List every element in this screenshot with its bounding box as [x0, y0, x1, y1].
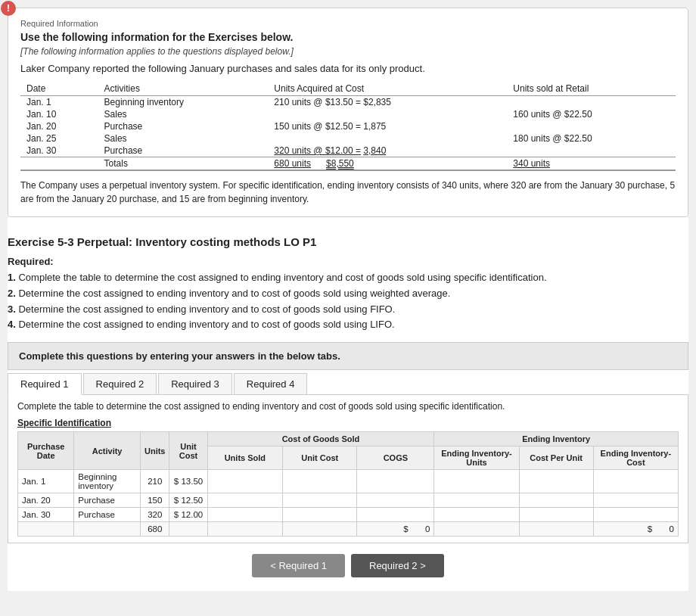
- tab-required-3[interactable]: Required 3: [158, 373, 232, 394]
- col-group-cogs: Cost of Goods Sold: [207, 432, 434, 446]
- next-button[interactable]: Required 2 >: [351, 554, 444, 577]
- table-row: Jan. 1 Beginning inventory 210 $ 13.50: [18, 470, 679, 493]
- totals-row: Totals 680 units $8,550 340 units: [20, 157, 676, 171]
- list-item: 1. Complete the table to determine the c…: [8, 270, 688, 286]
- table-row: Jan. 20 Purchase 150 units @ $12.50 = 1,…: [20, 120, 676, 132]
- cogs-input-3[interactable]: [361, 510, 430, 519]
- ei-units-input-1[interactable]: [438, 477, 514, 486]
- inventory-table: Date Activities Units Acquired at Cost U…: [20, 82, 676, 171]
- tabs-row: Required 1 Required 2 Required 3 Require…: [8, 370, 688, 395]
- section-label: Required Information: [20, 19, 676, 28]
- si-table: Purchase Date Activity Units Unit Cost C…: [17, 431, 679, 537]
- units-sold-input-2[interactable]: [212, 496, 279, 505]
- tab-content: Complete the table to determine the cost…: [8, 395, 688, 543]
- col-activity: Activity: [74, 432, 141, 470]
- col-purchase-date: Purchase Date: [18, 432, 74, 470]
- ei-cost-input-3[interactable]: [598, 510, 674, 519]
- cost-per-unit-input-2[interactable]: [524, 496, 589, 505]
- ei-cost-input-2[interactable]: [598, 496, 674, 505]
- cogs-input-2[interactable]: [361, 496, 430, 505]
- col-ei-units: Ending Inventory- Units: [434, 446, 519, 470]
- info-box: ! Required Information Use the following…: [8, 8, 688, 217]
- ei-cost-input-1[interactable]: [598, 477, 674, 486]
- tab-required-4[interactable]: Required 4: [234, 373, 308, 394]
- table-row: Jan. 1 Beginning inventory 210 units @ $…: [20, 96, 676, 109]
- totals-row: 680 $ 0 $ 0: [18, 522, 679, 537]
- info-heading: Use the following information for the Ex…: [20, 31, 676, 43]
- tab-required-1[interactable]: Required 1: [8, 373, 82, 395]
- col-activities: Activities: [98, 82, 269, 96]
- units-sold-input-1[interactable]: [212, 477, 279, 486]
- col-cost-per-unit: Cost Per Unit: [519, 446, 593, 470]
- prev-button[interactable]: < Required 1: [252, 554, 345, 577]
- unit-cost-input-1[interactable]: [287, 477, 353, 486]
- col-ei-cost: Ending Inventory- Cost: [593, 446, 678, 470]
- si-title: Specific Identification: [17, 418, 679, 428]
- italic-note: [The following information applies to th…: [20, 46, 676, 57]
- complete-box: Complete this questions by entering your…: [8, 342, 688, 370]
- ei-units-input-2[interactable]: [438, 496, 514, 505]
- col-cogs: COGS: [357, 446, 434, 470]
- cost-per-unit-input-3[interactable]: [524, 510, 589, 519]
- col-units: Units: [140, 432, 169, 470]
- col-sold: Units sold at Retail: [507, 82, 676, 96]
- list-item: 2. Determine the cost assigned to ending…: [8, 286, 688, 302]
- table-row: Jan. 10 Sales 160 units @ $22.50: [20, 108, 676, 120]
- list-item: 3. Determine the cost assigned to ending…: [8, 302, 688, 318]
- ei-units-input-3[interactable]: [438, 510, 514, 519]
- cost-per-unit-input-1[interactable]: [524, 477, 589, 486]
- required-list: 1. Complete the table to determine the c…: [8, 270, 688, 333]
- table-row: Jan. 30 Purchase 320 units @ $12.00 = 3,…: [20, 145, 676, 157]
- info-desc: Laker Company reported the following Jan…: [20, 63, 676, 74]
- exercise-title: Exercise 5-3 Perpetual: Inventory costin…: [8, 235, 688, 248]
- tab-instruction: Complete the table to determine the cost…: [17, 401, 679, 412]
- nav-buttons: < Required 1 Required 2 >: [8, 543, 688, 583]
- table-row: Jan. 20 Purchase 150 $ 12.50: [18, 493, 679, 508]
- unit-cost-input-2[interactable]: [287, 496, 353, 505]
- col-units-sold: Units Sold: [207, 446, 283, 470]
- cogs-input-1[interactable]: [361, 477, 430, 486]
- table-row: Jan. 25 Sales 180 units @ $22.50: [20, 132, 676, 145]
- col-acquired: Units Acquired at Cost: [268, 82, 507, 96]
- units-sold-input-3[interactable]: [212, 510, 279, 519]
- table-header-group: Purchase Date Activity Units Unit Cost C…: [18, 432, 679, 446]
- required-label: Required:: [8, 256, 688, 267]
- table-row: Jan. 30 Purchase 320 $ 12.00: [18, 508, 679, 522]
- exercise-section: Exercise 5-3 Perpetual: Inventory costin…: [8, 228, 688, 591]
- tab-required-2[interactable]: Required 2: [83, 373, 157, 394]
- col-group-ei: Ending Inventory: [434, 432, 679, 446]
- alert-icon: !: [1, 1, 16, 16]
- col-unit-cost2: Unit Cost: [283, 446, 357, 470]
- unit-cost-input-3[interactable]: [287, 510, 353, 519]
- col-date: Date: [20, 82, 98, 96]
- col-unit-cost: Unit Cost: [169, 432, 207, 470]
- footer-note: The Company uses a perpetual inventory s…: [20, 179, 676, 206]
- list-item: 4. Determine the cost assigned to ending…: [8, 317, 688, 333]
